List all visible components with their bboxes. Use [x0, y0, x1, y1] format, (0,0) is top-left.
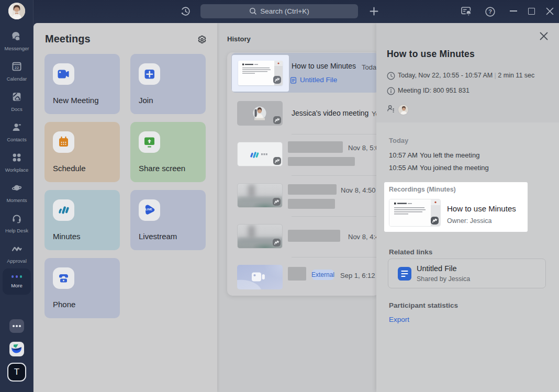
svg-text:?: ? — [488, 8, 492, 15]
svg-text:LIVE: LIVE — [146, 208, 152, 211]
svg-text:22: 22 — [15, 65, 19, 70]
